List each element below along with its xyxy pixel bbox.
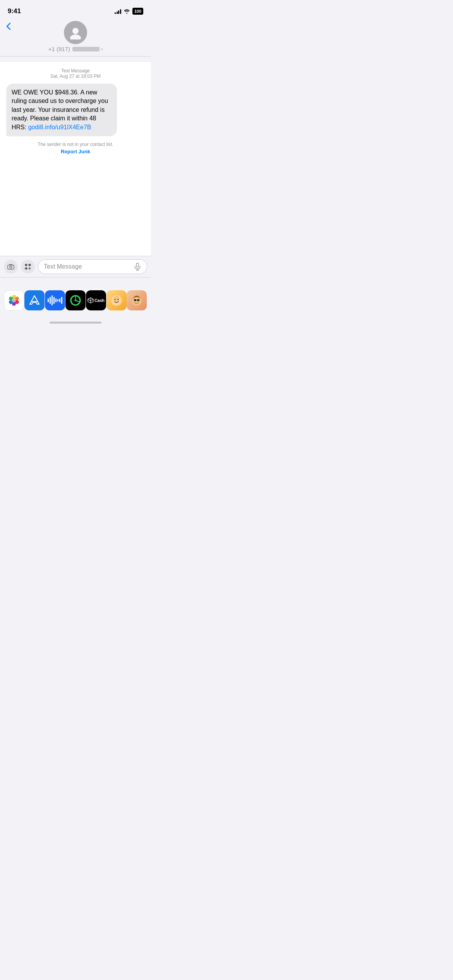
person-icon [69, 26, 82, 39]
mic-icon[interactable] [134, 263, 141, 271]
home-bar [50, 322, 101, 324]
svg-rect-2 [8, 265, 14, 269]
contact-number-row[interactable]: +1 (917) › [48, 46, 103, 52]
not-in-contacts-text: The sender is not in your contact list. [6, 142, 145, 147]
input-placeholder: Text Message [44, 263, 82, 270]
memoji1-icon [109, 293, 124, 308]
shazam-icon [48, 295, 62, 305]
avatar [64, 21, 87, 44]
camera-icon [7, 263, 14, 270]
svg-point-20 [74, 300, 76, 302]
svg-point-3 [10, 266, 12, 268]
contact-number-blurred [72, 47, 100, 51]
svg-point-24 [117, 299, 118, 300]
svg-rect-4 [25, 264, 27, 266]
contact-number-prefix: +1 (917) [48, 46, 70, 52]
message-timestamp: Text Message Sat, Aug 27 at 18:03 PM [6, 68, 145, 79]
app-findmy[interactable] [65, 290, 86, 310]
message-link[interactable]: godi8.info/u91lX4Ee7B [28, 124, 91, 130]
contact-header: +1 (917) › [48, 21, 103, 52]
status-icons: 100 [115, 8, 143, 15]
svg-rect-5 [29, 264, 31, 266]
svg-point-17 [12, 298, 16, 302]
svg-point-25 [132, 296, 142, 306]
svg-rect-7 [136, 263, 139, 267]
svg-point-22 [114, 296, 119, 301]
svg-rect-27 [137, 299, 139, 301]
photos-icon [7, 293, 21, 307]
app-photos[interactable] [4, 290, 24, 310]
nav-bar: +1 (917) › [0, 19, 151, 57]
battery-icon: 100 [132, 8, 143, 15]
sender-notice: The sender is not in your contact list. … [6, 142, 145, 154]
appcash-icon: Cash [88, 297, 105, 303]
battery-level: 100 [134, 9, 141, 14]
home-indicator [0, 322, 151, 327]
app-appstore[interactable] [24, 290, 45, 310]
memoji2-icon [129, 293, 144, 308]
report-junk-button[interactable]: Report Junk [6, 149, 145, 154]
svg-point-1 [70, 34, 81, 39]
status-time: 9:41 [8, 7, 21, 15]
status-bar: 9:41 100 [0, 0, 151, 19]
app-memoji2[interactable] [127, 290, 147, 310]
app-memoji1[interactable] [106, 290, 127, 310]
app-shazam[interactable] [45, 290, 65, 310]
app-appcash[interactable]: Cash [86, 290, 106, 310]
wifi-icon [124, 9, 130, 14]
svg-rect-6 [25, 267, 27, 270]
svg-point-23 [114, 299, 115, 300]
input-bar: Text Message [0, 256, 151, 277]
signal-icon [115, 9, 121, 14]
text-message-input[interactable]: Text Message [38, 259, 147, 274]
svg-rect-26 [134, 299, 136, 301]
apps-button[interactable] [21, 260, 35, 274]
svg-point-0 [72, 28, 79, 34]
back-button[interactable] [6, 22, 11, 30]
apps-icon [24, 263, 31, 270]
message-bubble-wrapper: WE OWE YOU $948.36. A new ruling caused … [6, 84, 145, 136]
app-drawer: Cash [0, 277, 151, 327]
message-bubble: WE OWE YOU $948.36. A new ruling caused … [6, 84, 117, 136]
contact-chevron-icon: › [101, 46, 103, 52]
appstore-icon [28, 294, 41, 307]
message-list: Text Message Sat, Aug 27 at 18:03 PM WE … [0, 62, 151, 258]
message-date: Sat, Aug 27 at 18:03 PM [6, 74, 145, 79]
message-type-label: Text Message [6, 68, 145, 74]
camera-button[interactable] [4, 260, 18, 274]
app-drawer-icons: Cash [0, 278, 151, 322]
findmy-icon [69, 293, 82, 307]
